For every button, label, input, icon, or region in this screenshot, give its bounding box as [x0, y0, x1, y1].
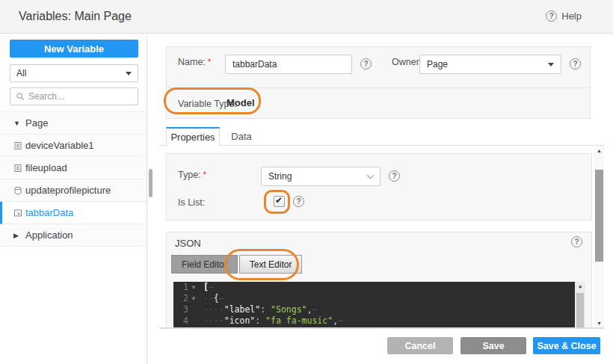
sidebar-scrollbar-thumb[interactable]	[149, 169, 153, 197]
line-number: 1	[173, 282, 188, 293]
tree-item-devicevariable1[interactable]: deviceVariable1	[0, 135, 147, 157]
type-label: Type:	[178, 170, 201, 180]
code-text: ····"label": "Songs",–	[199, 304, 317, 315]
code-text: ··{–	[199, 293, 224, 304]
save-button[interactable]: Save	[460, 337, 526, 354]
code-line: 2▼··{–	[173, 293, 585, 304]
help-link[interactable]: Help	[546, 10, 582, 22]
caret-down-icon	[126, 72, 132, 75]
scroll-down-icon[interactable]: ▼	[594, 321, 604, 326]
code-text: [–	[199, 282, 214, 293]
code-fold-spacer	[188, 304, 199, 315]
search-icon	[16, 92, 25, 101]
device-variable-icon	[13, 141, 22, 150]
tree-item-label: Application	[25, 229, 73, 241]
help-label: Help	[561, 10, 582, 22]
tree-item-updateprofilepicture[interactable]: updateprofilepicture	[0, 179, 147, 202]
editor-scrollbar[interactable]: ▲	[575, 282, 585, 327]
line-number: 4	[173, 315, 188, 327]
tree-item-application[interactable]: ▶Application	[0, 224, 147, 247]
variable-filter-select[interactable]: All	[10, 64, 138, 82]
chevron-down-icon	[367, 171, 375, 179]
cancel-button[interactable]: Cancel	[387, 337, 453, 354]
service-variable-icon	[13, 186, 22, 195]
tab-data[interactable]: Data	[224, 127, 259, 146]
tree-item-label: Page	[25, 117, 48, 129]
type-required-marker: *	[203, 170, 207, 180]
chevron-down-icon: ▼	[13, 120, 22, 127]
variables-tree: ▼PagedeviceVariable1fileuploadupdateprof…	[0, 111, 147, 247]
properties-scroll-area: Type: * String Is List: JSON Field Edito…	[159, 146, 594, 327]
json-section-title: JSON	[175, 238, 201, 249]
scroll-up-icon[interactable]: ▲	[575, 282, 585, 291]
code-line: 3····"label": "Songs",–	[173, 304, 585, 315]
variables-sidebar: New Variable All ▼PagedeviceVariable1fil…	[0, 34, 147, 364]
scroll-up-icon[interactable]: ▲	[594, 148, 604, 153]
json-panel: JSON Field EditorText Editor 1▼[–2▼··{–3…	[166, 232, 592, 327]
json-text-editor[interactable]: 1▼[–2▼··{–3····"label": "Songs",–4····"i…	[173, 282, 585, 327]
properties-panel: Type: * String Is List:	[166, 153, 592, 220]
tree-item-label: fileupload	[25, 162, 67, 173]
caret-down-icon	[548, 63, 554, 67]
code-area: 1▼[–2▼··{–3····"label": "Songs",–4····"i…	[173, 282, 585, 327]
type-value: String	[268, 171, 368, 182]
tree-item-page[interactable]: ▼Page	[0, 112, 147, 135]
variable-form-panel: Name: * Owner: * Page Variable Type: Mod…	[166, 46, 591, 119]
json-editor-mode-group: Field EditorText Editor	[171, 255, 302, 274]
editor-scrollbar-thumb[interactable]	[576, 293, 584, 327]
model-variable-icon	[13, 209, 22, 218]
type-select[interactable]: String	[261, 167, 381, 186]
tree-item-tabbardata[interactable]: tabbarData	[0, 202, 147, 224]
is-list-checkbox[interactable]	[274, 196, 285, 207]
owner-value: Page	[427, 59, 548, 70]
search-input[interactable]	[28, 91, 132, 102]
dialog-header: Variables: Main Page Help	[0, 0, 613, 34]
code-fold-icon[interactable]: ▼	[188, 282, 199, 293]
tree-item-label: deviceVariable1	[25, 140, 94, 151]
filter-value: All	[16, 68, 126, 78]
code-fold-icon[interactable]: ▼	[188, 293, 199, 304]
owner-select[interactable]: Page	[419, 55, 561, 74]
owner-help-icon[interactable]	[570, 58, 581, 70]
name-input[interactable]	[225, 55, 352, 74]
content-cut-edge	[159, 327, 604, 329]
json-help-icon[interactable]	[571, 236, 582, 247]
name-required-marker: *	[208, 57, 212, 67]
line-number: 3	[173, 304, 188, 315]
type-help-icon[interactable]	[389, 170, 400, 182]
is-list-label: Is List:	[178, 197, 205, 208]
main-scrollbar[interactable]: ▲ ▼	[594, 146, 604, 327]
owner-label: Owner:	[392, 57, 422, 67]
new-variable-button[interactable]: New Variable	[10, 40, 138, 58]
is-list-help-icon[interactable]	[293, 196, 304, 207]
field-editor-button[interactable]: Field Editor	[171, 255, 238, 274]
page-title: Variables: Main Page	[19, 10, 132, 23]
tree-item-fileupload[interactable]: fileupload	[0, 157, 147, 179]
search-box	[10, 87, 138, 105]
tab-properties[interactable]: Properties	[166, 127, 220, 146]
tree-item-label: tabbarData	[25, 207, 73, 218]
name-help-icon[interactable]	[360, 58, 372, 70]
save-and-close-button[interactable]: Save & Close	[533, 337, 600, 354]
text-editor-button[interactable]: Text Editor	[239, 255, 303, 274]
form-divider	[167, 87, 590, 88]
code-line: 4····"icon": "fa fa-music",–	[173, 315, 585, 327]
code-text: ····"icon": "fa fa-music",–	[199, 315, 343, 327]
help-icon	[546, 10, 557, 22]
line-number: 2	[173, 293, 188, 304]
main-scrollbar-thumb[interactable]	[595, 170, 603, 262]
tree-item-label: updateprofilepicture	[25, 185, 111, 196]
chevron-right-icon: ▶	[13, 232, 22, 239]
code-line: 1▼[–	[173, 282, 585, 293]
variable-type-value: Model	[227, 97, 255, 108]
variables-dialog: Variables: Main Page Help New Variable A…	[0, 0, 613, 364]
code-fold-spacer	[188, 315, 199, 327]
device-variable-icon	[13, 164, 22, 173]
name-label: Name:	[178, 57, 206, 67]
